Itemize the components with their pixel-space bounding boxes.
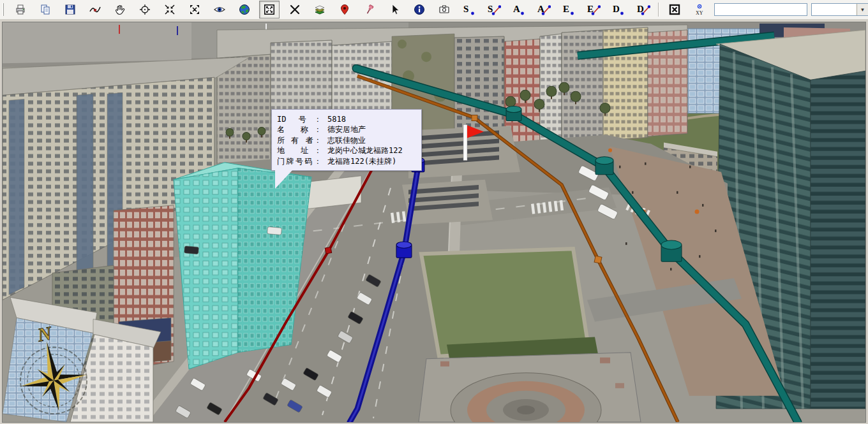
popup-label: 名 称： bbox=[277, 124, 322, 135]
popup-label: ID 号： bbox=[277, 114, 322, 124]
selected-building[interactable] bbox=[174, 163, 311, 369]
camera-icon bbox=[438, 3, 451, 16]
popup-value: 德安居地产 bbox=[327, 125, 366, 134]
measure-line-button[interactable] bbox=[82, 1, 107, 18]
pan-hand-icon bbox=[114, 3, 126, 16]
pipe-node[interactable] bbox=[506, 106, 521, 121]
d-point-icon: D bbox=[611, 3, 625, 16]
globe-icon bbox=[238, 3, 251, 16]
a-point-button[interactable]: A bbox=[506, 1, 531, 18]
layers-button[interactable] bbox=[307, 1, 332, 18]
popup-value: 龙岗中心城龙福路122 bbox=[327, 146, 403, 155]
pushpin-button[interactable] bbox=[357, 1, 382, 18]
e-point-button[interactable]: E bbox=[556, 1, 581, 18]
fullscreen-icon bbox=[263, 3, 276, 16]
zoom-out-icon bbox=[188, 3, 201, 16]
zoom-out-button[interactable] bbox=[182, 1, 207, 18]
e-letter: E bbox=[563, 4, 569, 14]
e-point-icon: E bbox=[562, 3, 576, 16]
chevron-down-icon: ▼ bbox=[860, 7, 865, 13]
central-lawn bbox=[421, 249, 599, 365]
save-icon bbox=[64, 3, 77, 16]
info-icon bbox=[413, 3, 426, 16]
popup-label: 地 址： bbox=[277, 145, 322, 156]
s-segment-icon: S bbox=[487, 3, 501, 16]
a-letter: A bbox=[513, 4, 520, 14]
main-toolbar: S S A A E E D D XY ▼ »▾ bbox=[0, 0, 868, 20]
snapshot-camera-button[interactable] bbox=[431, 1, 456, 18]
route-node[interactable] bbox=[594, 256, 602, 263]
pushpin-icon bbox=[363, 3, 376, 16]
popup-row: 门牌号码：龙福路122(未挂牌) bbox=[277, 156, 416, 166]
search-input[interactable] bbox=[714, 3, 807, 16]
s-segment-button[interactable]: S bbox=[481, 1, 506, 18]
place-marker-icon bbox=[338, 3, 351, 16]
measure-line-icon bbox=[89, 3, 101, 16]
popup-label: 门牌号码： bbox=[277, 156, 322, 166]
e-segment-button[interactable]: E bbox=[581, 1, 606, 18]
cursor-arrow-icon bbox=[388, 3, 401, 16]
antenna-red bbox=[119, 25, 120, 34]
a-segment-button[interactable]: A bbox=[531, 1, 556, 18]
save-button[interactable] bbox=[57, 1, 82, 18]
delete-cross-icon bbox=[288, 3, 301, 16]
center-target-button[interactable] bbox=[132, 1, 157, 18]
xy-letters: XY bbox=[696, 10, 703, 16]
d-segment-icon: D bbox=[636, 3, 650, 16]
e-segment-icon: E bbox=[587, 3, 601, 16]
toolbar-separator bbox=[658, 3, 659, 17]
popup-value: 龙福路122(未挂牌) bbox=[327, 157, 396, 166]
combobox-value bbox=[812, 4, 857, 15]
globe-button[interactable] bbox=[232, 1, 257, 18]
antenna-blue bbox=[177, 26, 178, 35]
info-button[interactable] bbox=[407, 1, 431, 18]
xy-locate-icon: XY bbox=[693, 3, 706, 16]
popup-row: ID 号：5818 bbox=[277, 114, 416, 124]
visibility-eye-button[interactable] bbox=[207, 1, 232, 18]
flag-pole bbox=[463, 125, 467, 161]
d-segment-button[interactable]: D bbox=[631, 1, 655, 18]
place-marker-button[interactable] bbox=[332, 1, 357, 18]
s-letter: S bbox=[463, 4, 468, 14]
copy-button[interactable] bbox=[33, 1, 57, 18]
layer-combobox[interactable]: ▼ bbox=[811, 3, 868, 16]
select-arrow-button[interactable] bbox=[382, 1, 407, 18]
clear-box-button[interactable] bbox=[662, 1, 687, 18]
popup-row: 所 有 者：志联佳物业 bbox=[277, 135, 416, 145]
popup-value: 志联佳物业 bbox=[327, 136, 366, 145]
print-button[interactable] bbox=[8, 1, 33, 18]
xy-locate-button[interactable]: XY bbox=[687, 1, 712, 18]
s-point-icon: S bbox=[462, 3, 476, 16]
map-viewport[interactable]: N ID 号：5818 名 称：德安居地产 所 有 者：志联佳物业 地 址：龙岗… bbox=[2, 22, 866, 423]
fullscreen-button[interactable] bbox=[259, 1, 280, 18]
pan-button[interactable] bbox=[107, 1, 132, 18]
route-node[interactable] bbox=[472, 115, 477, 121]
scene-canvas[interactable]: N bbox=[3, 22, 865, 422]
popup-row: 名 称：德安居地产 bbox=[277, 124, 416, 135]
popup-row: 地 址：龙岗中心城龙福路122 bbox=[277, 145, 416, 156]
zoom-in-icon bbox=[163, 3, 176, 16]
layers-icon bbox=[313, 3, 326, 16]
route-node[interactable] bbox=[396, 242, 412, 258]
delete-cross-button[interactable] bbox=[282, 1, 307, 18]
clear-box-icon bbox=[668, 3, 681, 16]
a-point-icon: A bbox=[512, 3, 526, 16]
circular-plaza bbox=[419, 353, 641, 422]
toolbar-grip[interactable] bbox=[3, 3, 4, 16]
zoom-in-button[interactable] bbox=[157, 1, 182, 18]
s-letter: S bbox=[488, 4, 493, 14]
print-icon bbox=[14, 3, 27, 16]
pipe-node[interactable] bbox=[661, 240, 682, 261]
eye-icon bbox=[213, 3, 226, 16]
a-segment-icon: A bbox=[537, 3, 551, 16]
combobox-dropdown-button[interactable]: ▼ bbox=[857, 4, 868, 15]
pipe-node[interactable] bbox=[595, 157, 613, 175]
route-node[interactable] bbox=[325, 247, 331, 254]
d-letter: D bbox=[613, 4, 620, 14]
building-info-popup: ID 号：5818 名 称：德安居地产 所 有 者：志联佳物业 地 址：龙岗中心… bbox=[271, 109, 422, 171]
popup-value: 5818 bbox=[327, 115, 346, 124]
s-point-button[interactable]: S bbox=[456, 1, 481, 18]
d-point-button[interactable]: D bbox=[606, 1, 631, 18]
popup-label: 所 有 者： bbox=[277, 135, 322, 145]
center-target-icon bbox=[138, 3, 151, 16]
